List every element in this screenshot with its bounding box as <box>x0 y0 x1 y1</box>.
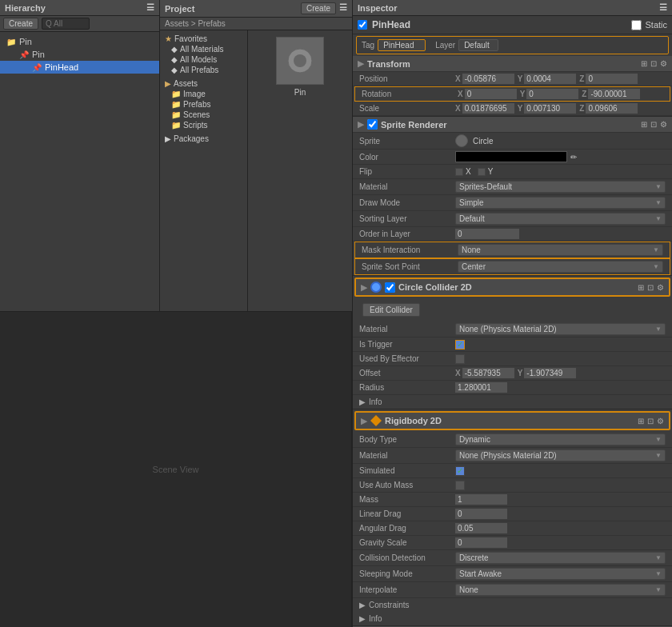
position-y-input[interactable] <box>524 74 576 84</box>
simulated-checkbox[interactable]: ✓ <box>455 466 465 476</box>
favorites-item[interactable]: ★ Favorites <box>160 34 247 44</box>
color-edit-icon[interactable]: ✏ <box>570 153 577 162</box>
all-models-item[interactable]: ◆ All Models <box>160 54 247 65</box>
interpolate-arrow: ▼ <box>655 586 662 593</box>
cc-offset-label: Offset <box>359 369 455 377</box>
sorting-layer-dropdown[interactable]: Default ▼ <box>455 213 666 225</box>
sprite-renderer-header[interactable]: ▶ Sprite Renderer ⊞ ⊡ ⚙ <box>353 117 672 133</box>
offset-x-input[interactable] <box>462 368 514 378</box>
circle-collider-header[interactable]: ▶ Circle Collider 2D ⊞ ⊡ ⚙ <box>354 278 670 297</box>
cc-icon2[interactable]: ⊡ <box>647 283 654 292</box>
scale-z-label: Z <box>579 104 584 113</box>
static-checkbox[interactable] <box>631 20 642 30</box>
color-swatch[interactable] <box>455 151 567 162</box>
rigidbody2d-header[interactable]: ▶ Rigidbody 2D ⊞ ⊡ ⚙ <box>354 411 670 430</box>
mass-value <box>455 494 666 505</box>
simulated-label: Simulated <box>359 466 455 475</box>
rb-icon1[interactable]: ⊞ <box>638 417 644 425</box>
rb-info-row[interactable]: ▶ Info <box>353 612 672 625</box>
material-prop-row: Material Sprites-Default ▼ <box>353 179 672 195</box>
cc-radius-label: Radius <box>359 383 455 392</box>
body-type-label: Body Type <box>359 435 455 444</box>
scale-z-input[interactable] <box>586 103 638 114</box>
assets-scenes[interactable]: 📁 Scenes <box>160 110 247 120</box>
sr-icon3[interactable]: ⚙ <box>660 120 667 129</box>
material-dropdown[interactable]: Sprites-Default ▼ <box>455 181 666 193</box>
tag-dropdown[interactable]: PinHead <box>378 39 426 51</box>
sleeping-mode-dropdown[interactable]: Start Awake ▼ <box>455 568 666 580</box>
transform-icon3[interactable]: ⚙ <box>660 59 667 68</box>
inspector-menu-icon[interactable]: ☰ <box>659 2 667 13</box>
sorting-layer-arrow: ▼ <box>655 215 662 222</box>
project-create-button[interactable]: Create <box>301 2 336 14</box>
hierarchy-close-icon[interactable]: ☰ <box>146 2 154 13</box>
sr-icon1[interactable]: ⊞ <box>641 120 647 129</box>
pos-z-label: Z <box>579 74 584 83</box>
flip-x-checkbox[interactable] <box>455 168 463 176</box>
body-type-dropdown[interactable]: Dynamic ▼ <box>455 433 666 445</box>
sprite-sort-point-dropdown[interactable]: Center ▼ <box>458 261 663 273</box>
assets-image[interactable]: 📁 Image <box>160 89 247 99</box>
hierarchy-item-pinhead[interactable]: 📌 PinHead <box>0 61 159 74</box>
hierarchy-search-input[interactable] <box>42 18 90 30</box>
rotation-y-input[interactable] <box>526 89 578 99</box>
cc-info-row[interactable]: ▶ Info <box>353 395 672 409</box>
offset-x-label: X <box>455 369 461 377</box>
object-active-checkbox[interactable] <box>358 20 367 30</box>
static-toggle[interactable]: Static <box>631 20 667 30</box>
transform-icon2[interactable]: ⊡ <box>650 59 657 68</box>
rotation-x-input[interactable] <box>465 89 517 99</box>
all-prefabs-item[interactable]: ◆ All Prefabs <box>160 65 247 75</box>
mass-input[interactable] <box>455 494 507 505</box>
hierarchy-create-button[interactable]: Create <box>3 18 38 30</box>
order-in-layer-input[interactable] <box>455 229 519 239</box>
offset-y-input[interactable] <box>524 368 576 378</box>
constraints-row[interactable]: ▶ Constraints <box>353 598 672 612</box>
rotation-z-input[interactable] <box>588 89 640 99</box>
cc-radius-input[interactable] <box>455 382 507 393</box>
gravity-scale-input[interactable] <box>455 537 507 548</box>
cc-material-dropdown[interactable]: None (Physics Material 2D) ▼ <box>455 323 666 335</box>
draw-mode-arrow: ▼ <box>655 199 662 206</box>
project-menu-icon[interactable]: ☰ <box>339 2 347 14</box>
position-z-input[interactable] <box>586 74 638 84</box>
mask-interaction-dropdown[interactable]: None ▼ <box>458 244 663 256</box>
edit-collider-button[interactable]: Edit Collider <box>362 303 420 317</box>
scale-x-input[interactable] <box>462 103 514 114</box>
flip-y-checkbox[interactable] <box>478 168 486 176</box>
rb-material-dropdown[interactable]: None (Physics Material 2D) ▼ <box>455 449 666 461</box>
sprite-sort-point-label: Sprite Sort Point <box>362 262 458 271</box>
transform-icon1[interactable]: ⊞ <box>641 59 647 68</box>
scale-label: Scale <box>359 104 455 113</box>
scale-y-input[interactable] <box>524 103 576 114</box>
cc-icon3[interactable]: ⚙ <box>657 283 664 292</box>
rb-icon2[interactable]: ⊡ <box>647 417 654 425</box>
cc-icon1[interactable]: ⊞ <box>638 283 644 292</box>
sprite-renderer-checkbox[interactable] <box>367 119 378 130</box>
draw-mode-dropdown[interactable]: Simple ▼ <box>455 197 666 209</box>
collision-detection-dropdown[interactable]: Discrete ▼ <box>455 552 666 564</box>
is-trigger-checkbox[interactable]: ✓ <box>455 340 465 349</box>
all-materials-item[interactable]: ◆ All Materials <box>160 44 247 54</box>
rb-icon3[interactable]: ⚙ <box>657 417 664 425</box>
interpolate-dropdown[interactable]: None ▼ <box>455 584 666 596</box>
angular-drag-input[interactable] <box>455 523 507 533</box>
position-x-input[interactable] <box>462 74 514 84</box>
assets-folder[interactable]: ▶ Assets <box>160 78 247 89</box>
circle-collider-checkbox[interactable] <box>385 282 395 293</box>
sr-icon2[interactable]: ⊡ <box>650 120 657 129</box>
hierarchy-item-pin-root[interactable]: 📁 Pin <box>0 35 159 48</box>
linear-drag-input[interactable] <box>455 509 507 519</box>
assets-prefabs[interactable]: 📁 Prefabs <box>160 99 247 110</box>
use-auto-mass-checkbox[interactable] <box>455 481 465 490</box>
pin-thumbnail-svg <box>284 45 316 77</box>
transform-header[interactable]: ▶ Transform ⊞ ⊡ ⚙ <box>353 56 672 72</box>
assets-scripts[interactable]: 📁 Scripts <box>160 120 247 130</box>
hierarchy-item-pin[interactable]: 📌 Pin <box>0 48 159 61</box>
used-by-effector-checkbox[interactable] <box>455 354 465 364</box>
packages-folder[interactable]: ▶ Packages <box>160 134 247 144</box>
cc-info-label: Info <box>369 397 382 406</box>
layer-dropdown[interactable]: Default <box>458 39 498 51</box>
flip-prop-row: Flip X Y <box>353 165 672 179</box>
packages-icon: ▶ <box>165 134 171 143</box>
